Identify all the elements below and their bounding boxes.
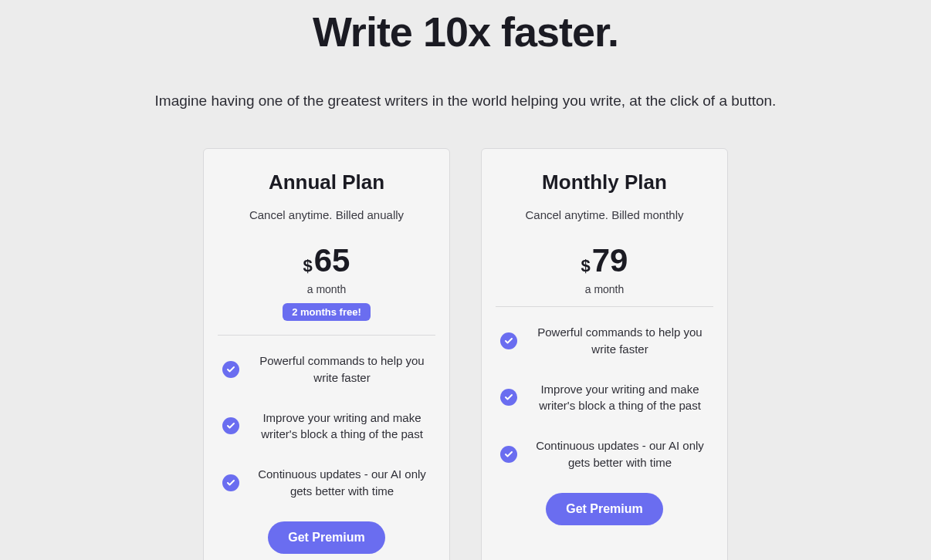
check-icon: [222, 474, 239, 491]
divider: [496, 306, 713, 307]
feature-item: Improve your writing and make writer's b…: [222, 410, 431, 444]
feature-text: Improve your writing and make writer's b…: [531, 381, 709, 415]
pricing-page: Write 10x faster. Imagine having one of …: [0, 8, 931, 560]
get-premium-button[interactable]: Get Premium: [546, 493, 663, 525]
feature-item: Powerful commands to help you write fast…: [222, 353, 431, 386]
check-icon: [222, 417, 239, 434]
plan-price: $ 79: [500, 245, 709, 277]
feature-text: Continuous updates - our AI only gets be…: [253, 466, 431, 500]
plans-row: Annual Plan Cancel anytime. Billed anual…: [0, 148, 931, 560]
plan-billing-note: Cancel anytime. Billed monthly: [500, 208, 709, 221]
plan-period: a month: [222, 283, 431, 295]
feature-item: Powerful commands to help you write fast…: [500, 324, 709, 358]
plan-currency: $: [303, 256, 313, 276]
check-icon: [500, 389, 517, 406]
check-icon: [222, 361, 239, 378]
plan-name: Annual Plan: [222, 170, 431, 194]
plan-card-monthly: Monthly Plan Cancel anytime. Billed mont…: [481, 148, 728, 560]
feature-text: Improve your writing and make writer's b…: [253, 410, 431, 444]
plan-currency: $: [581, 256, 591, 276]
feature-text: Powerful commands to help you write fast…: [253, 353, 431, 386]
hero-subtitle: Imagine having one of the greatest write…: [0, 93, 931, 110]
divider: [218, 335, 435, 336]
plan-features: Powerful commands to help you write fast…: [500, 324, 709, 471]
plan-card-annual: Annual Plan Cancel anytime. Billed anual…: [203, 148, 450, 560]
get-premium-button[interactable]: Get Premium: [268, 521, 385, 554]
plan-billing-note: Cancel anytime. Billed anually: [222, 208, 431, 221]
plan-features: Powerful commands to help you write fast…: [222, 353, 431, 500]
feature-text: Powerful commands to help you write fast…: [531, 324, 709, 358]
plan-period: a month: [500, 283, 709, 295]
hero-title: Write 10x faster.: [0, 8, 931, 56]
plan-amount: 79: [592, 245, 628, 277]
plan-name: Monthly Plan: [500, 170, 709, 194]
plan-amount: 65: [314, 245, 350, 277]
feature-text: Continuous updates - our AI only gets be…: [531, 437, 709, 471]
check-icon: [500, 332, 517, 349]
plan-price: $ 65: [222, 245, 431, 277]
feature-item: Continuous updates - our AI only gets be…: [500, 437, 709, 471]
plan-badge: 2 months free!: [283, 303, 371, 321]
check-icon: [500, 446, 517, 463]
feature-item: Continuous updates - our AI only gets be…: [222, 466, 431, 500]
feature-item: Improve your writing and make writer's b…: [500, 381, 709, 415]
